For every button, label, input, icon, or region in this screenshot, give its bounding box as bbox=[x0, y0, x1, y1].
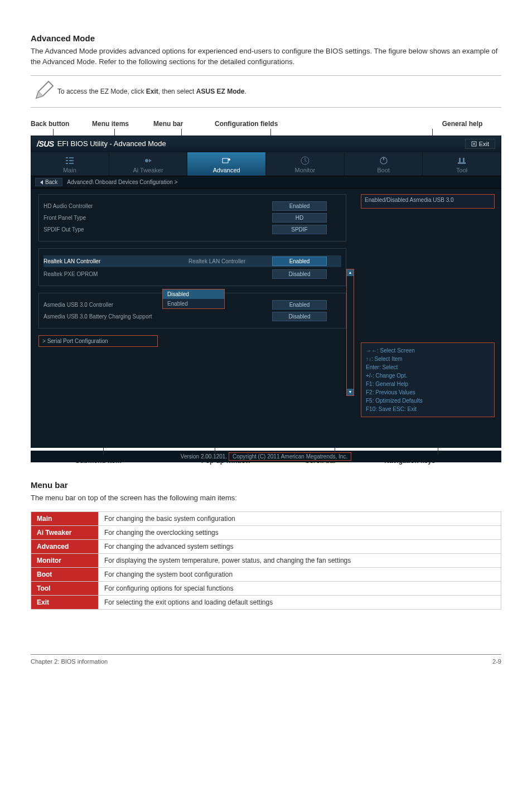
scroll-bar[interactable]: ▴ ▾ bbox=[346, 269, 354, 396]
table-row: MonitorFor displaying the system tempera… bbox=[31, 553, 501, 567]
table-row: BootFor changing the system boot configu… bbox=[31, 567, 501, 581]
submenu-serial-port[interactable]: Serial Port Configuration bbox=[38, 335, 158, 347]
bios-left-pane: HD Audio Controller Enabled Front Panel … bbox=[31, 189, 354, 451]
note-prefix: To access the EZ Mode, click bbox=[57, 88, 146, 95]
svg-rect-4 bbox=[69, 157, 74, 158]
table-row: ToolFor configuring options for special … bbox=[31, 581, 501, 595]
note-bold2: ASUS EZ Mode bbox=[196, 88, 245, 95]
key-l7: F5: Optimized Defaults bbox=[366, 397, 490, 405]
tab-advanced[interactable]: Advanced bbox=[187, 152, 266, 176]
tab-advanced-label: Advanced bbox=[213, 167, 240, 173]
group-lan: Realtek LAN Controller Realtek LAN Contr… bbox=[38, 248, 346, 286]
key-l4: +/-: Change Opt. bbox=[366, 371, 490, 380]
svg-rect-3 bbox=[66, 163, 68, 164]
tab-boot[interactable]: Boot bbox=[345, 152, 423, 176]
ai-tweaker-icon bbox=[143, 156, 153, 166]
svg-rect-11 bbox=[383, 157, 384, 160]
bios-title: EFI BIOS Utility - Advanced Mode bbox=[57, 139, 166, 148]
val-hd-audio[interactable]: Enabled bbox=[272, 201, 327, 211]
tab-ai-tweaker[interactable]: Ai Tweaker bbox=[109, 152, 188, 176]
popup-option-disabled[interactable]: Disabled bbox=[163, 289, 224, 299]
pencil-icon bbox=[31, 79, 57, 104]
breadcrumb-path: Advanced\ Onboard Devices Configuration … bbox=[67, 179, 177, 185]
label-back-button: Back button bbox=[31, 120, 92, 128]
row-front-panel[interactable]: Front Panel Type HD bbox=[43, 213, 341, 223]
th-main: Main bbox=[31, 511, 99, 525]
th-exit: Exit bbox=[31, 595, 99, 609]
tab-tool[interactable]: Tool bbox=[423, 152, 501, 176]
label-charging: Asmedia USB 3.0 Battery Charging Support bbox=[43, 313, 211, 320]
label-spdif: SPDIF Out Type bbox=[43, 226, 188, 233]
asus-logo: /SUS bbox=[37, 139, 54, 148]
note-suffix: . bbox=[244, 88, 246, 95]
top-labels: Back button Menu items Menu bar Configur… bbox=[31, 120, 501, 128]
tool-icon bbox=[457, 156, 467, 166]
row-spdif[interactable]: SPDIF Out Type SPDIF bbox=[43, 225, 341, 234]
svg-rect-13 bbox=[459, 158, 461, 162]
sublabel-realtek-lan: Realtek LAN Controller bbox=[188, 258, 272, 264]
navigation-keys-panel: →←: Select Screen ↑↓: Select Item Enter:… bbox=[361, 342, 495, 417]
footer-right: 2-9 bbox=[492, 658, 501, 665]
note-block: To access the EZ Mode, click Exit, then … bbox=[31, 75, 501, 108]
popup-window[interactable]: Disabled Enabled bbox=[162, 289, 225, 309]
key-l3: Enter: Select bbox=[366, 363, 490, 371]
bios-tabs: Main Ai Tweaker Advanced Monitor Boot To… bbox=[31, 152, 501, 176]
val-front-panel[interactable]: HD bbox=[272, 213, 327, 223]
td-tool: For configuring options for special func… bbox=[99, 581, 501, 595]
td-mon: For displaying the system temperature, p… bbox=[99, 553, 501, 567]
key-l8: F10: Save ESC: Exit bbox=[366, 405, 490, 413]
popup-option-enabled[interactable]: Enabled bbox=[163, 299, 224, 308]
val-charging[interactable]: Disabled bbox=[272, 312, 327, 321]
footer: Chapter 2: BIOS information 2-9 bbox=[31, 654, 501, 665]
val-spdif[interactable]: SPDIF bbox=[272, 225, 327, 234]
th-adv: Advanced bbox=[31, 539, 99, 553]
row-realtek-lan[interactable]: Realtek LAN Controller Realtek LAN Contr… bbox=[43, 255, 341, 267]
tab-boot-label: Boot bbox=[377, 167, 390, 173]
exit-button[interactable]: Exit bbox=[465, 139, 495, 149]
svg-point-9 bbox=[228, 158, 230, 161]
label-realtek-lan: Realtek LAN Controller bbox=[43, 258, 188, 264]
svg-rect-12 bbox=[458, 162, 466, 164]
group-audio: HD Audio Controller Enabled Front Panel … bbox=[38, 194, 346, 241]
th-tool: Tool bbox=[31, 581, 99, 595]
val-realtek-pxe[interactable]: Disabled bbox=[272, 269, 327, 279]
tab-monitor[interactable]: Monitor bbox=[266, 152, 345, 176]
table-row: MainFor changing the basic system config… bbox=[31, 511, 501, 525]
note-bold1: Exit bbox=[146, 88, 158, 95]
th-boot: Boot bbox=[31, 567, 99, 581]
table-row: Ai TweakerFor changing the overclocking … bbox=[31, 525, 501, 539]
label-config-fields: Configuration fields bbox=[215, 120, 315, 128]
val-asmedia[interactable]: Enabled bbox=[272, 300, 327, 310]
row-hd-audio[interactable]: HD Audio Controller Enabled bbox=[43, 201, 341, 211]
svg-rect-6 bbox=[69, 163, 74, 164]
footer-left: Chapter 2: BIOS information bbox=[31, 658, 108, 665]
bios-right-pane: Enabled/Disabled Asmedia USB 3.0 →←: Sel… bbox=[354, 189, 501, 451]
note-text: To access the EZ Mode, click Exit, then … bbox=[57, 88, 246, 95]
label-menu-bar: Menu bar bbox=[153, 120, 215, 128]
td-ai: For changing the overclocking settings bbox=[99, 525, 501, 539]
td-adv: For changing the advanced system setting… bbox=[99, 539, 501, 553]
th-ai: Ai Tweaker bbox=[31, 525, 99, 539]
svg-rect-8 bbox=[223, 158, 228, 163]
val-realtek-lan[interactable]: Enabled bbox=[272, 257, 327, 266]
exit-label: Exit bbox=[479, 141, 489, 147]
svg-rect-1 bbox=[66, 157, 68, 158]
back-button[interactable]: Back bbox=[35, 178, 62, 186]
row-charging[interactable]: Asmedia USB 3.0 Battery Charging Support… bbox=[43, 312, 341, 321]
td-boot: For changing the system boot configurati… bbox=[99, 567, 501, 581]
advanced-icon bbox=[221, 156, 231, 166]
tab-main[interactable]: Main bbox=[31, 152, 109, 176]
tab-ai-label: Ai Tweaker bbox=[133, 167, 163, 173]
table-row: ExitFor selecting the exit options and l… bbox=[31, 595, 501, 609]
advanced-mode-body: The Advanced Mode provides advanced opti… bbox=[31, 46, 501, 67]
row-realtek-pxe[interactable]: Realtek PXE OPROM Disabled bbox=[43, 269, 341, 279]
label-front-panel: Front Panel Type bbox=[43, 215, 188, 221]
boot-icon bbox=[379, 156, 389, 166]
svg-rect-2 bbox=[66, 160, 68, 161]
tab-monitor-label: Monitor bbox=[295, 167, 316, 173]
scroll-down-icon[interactable]: ▾ bbox=[347, 389, 354, 395]
note-mid: , then select bbox=[158, 88, 196, 95]
bios-window: /SUS EFI BIOS Utility - Advanced Mode Ex… bbox=[31, 136, 501, 448]
scroll-up-icon[interactable]: ▴ bbox=[347, 269, 354, 276]
td-exit: For selecting the exit options and loadi… bbox=[99, 595, 501, 609]
